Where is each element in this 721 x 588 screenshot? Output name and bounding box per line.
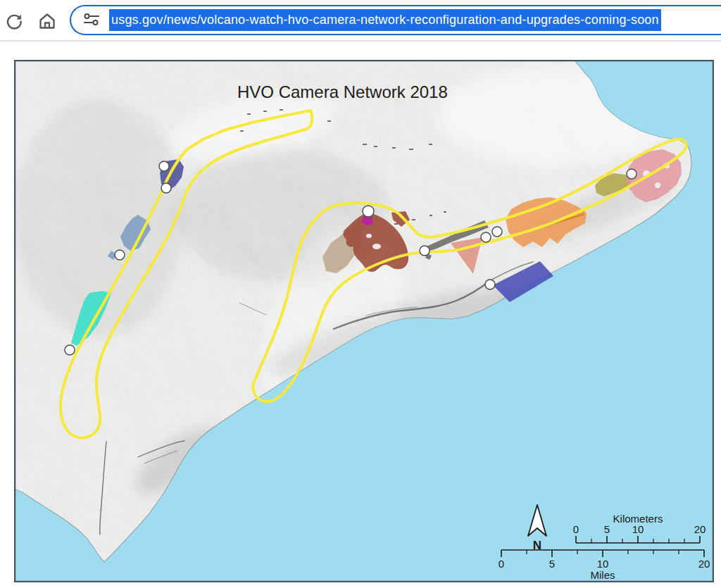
mi-tick-label: 20 bbox=[698, 558, 710, 570]
camera-marker bbox=[485, 280, 495, 289]
browser-toolbar: usgs.gov/news/volcano-watch-hvo-camera-n… bbox=[0, 0, 721, 42]
reload-button[interactable] bbox=[4, 11, 25, 32]
map-figure: HVO Camera Network 2018 N Kilometers 0 5… bbox=[14, 60, 714, 582]
home-button[interactable] bbox=[37, 11, 58, 32]
reload-icon bbox=[4, 11, 25, 32]
url-bar[interactable]: usgs.gov/news/volcano-watch-hvo-camera-n… bbox=[70, 5, 721, 35]
mi-tick-label: 5 bbox=[549, 558, 555, 570]
home-icon bbox=[37, 11, 58, 32]
camera-marker bbox=[159, 161, 169, 171]
km-tick-label: 10 bbox=[632, 523, 644, 535]
url-selected-text[interactable]: usgs.gov/news/volcano-watch-hvo-camera-n… bbox=[109, 9, 661, 31]
page-content: HVO Camera Network 2018 N Kilometers 0 5… bbox=[0, 42, 721, 588]
camera-marker bbox=[420, 246, 430, 256]
fov-hole bbox=[372, 244, 381, 249]
camera-marker bbox=[161, 183, 171, 193]
km-tick-label: 0 bbox=[573, 523, 579, 535]
fov-hole bbox=[366, 234, 372, 238]
mi-tick-label: 10 bbox=[597, 558, 609, 570]
hvo-camera-network-map: HVO Camera Network 2018 N Kilometers 0 5… bbox=[14, 60, 714, 582]
km-tick-label: 5 bbox=[604, 523, 610, 535]
camera-marker bbox=[363, 206, 374, 217]
map-title: HVO Camera Network 2018 bbox=[237, 82, 448, 101]
mi-tick-label: 0 bbox=[499, 558, 504, 570]
scalebar-mi-title: Miles bbox=[590, 569, 615, 581]
km-tick-label: 20 bbox=[694, 523, 706, 535]
camera-marker bbox=[481, 232, 491, 242]
camera-marker bbox=[492, 227, 502, 237]
fov-hole bbox=[655, 182, 660, 188]
camera-marker bbox=[627, 169, 637, 179]
camera-marker bbox=[65, 345, 75, 355]
camera-marker bbox=[115, 250, 125, 260]
tune-icon[interactable] bbox=[82, 11, 101, 30]
